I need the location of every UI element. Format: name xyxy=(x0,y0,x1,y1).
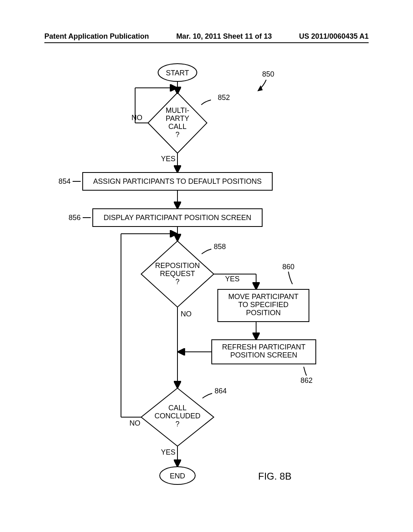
ref-864: 864 xyxy=(215,387,227,395)
flowchart: 850 START MULTI- PARTY CALL ? 852 NO YES… xyxy=(0,56,413,532)
yes-852: YES xyxy=(161,155,175,163)
yes-858: YES xyxy=(225,275,240,283)
no-852: NO xyxy=(131,114,142,122)
d852-text2: PARTY xyxy=(166,114,189,123)
ref-850: 850 xyxy=(262,70,274,78)
yes-864: YES xyxy=(161,448,175,456)
d864-text1: CALL xyxy=(168,404,186,412)
p856-text: DISPLAY PARTICIPANT POSITION SCREEN xyxy=(104,214,251,222)
p862-text1: REFRESH PARTICIPANT xyxy=(222,343,305,351)
d858-text1: REPOSITION xyxy=(155,262,200,270)
ref-862: 862 xyxy=(300,376,313,384)
p860-text3: POSITION xyxy=(246,309,281,317)
d864-text3: ? xyxy=(175,420,179,428)
start-label: START xyxy=(166,69,189,77)
p860-text1: MOVE PARTICIPANT xyxy=(228,293,298,301)
ref-854: 854 xyxy=(58,177,71,185)
d858-text2: REQUEST xyxy=(160,270,195,278)
figure-label: FIG. 8B xyxy=(258,471,292,482)
d852-text4: ? xyxy=(175,131,179,139)
ref-856: 856 xyxy=(69,214,81,222)
d864-text2: CONCLUDED xyxy=(154,412,200,420)
p854-text: ASSIGN PARTICIPANTS TO DEFAULT POSITIONS xyxy=(93,177,262,185)
header-left: Patent Application Publication xyxy=(44,32,149,41)
d858-text3: ? xyxy=(175,278,179,286)
no-864: NO xyxy=(129,419,140,427)
no-858: NO xyxy=(181,310,192,318)
ref-860: 860 xyxy=(282,263,294,271)
header-right: US 2011/0060435 A1 xyxy=(299,32,369,41)
d852-text1: MULTI- xyxy=(166,106,190,114)
d852-text3: CALL xyxy=(168,123,186,131)
p862-text2: POSITION SCREEN xyxy=(230,351,297,359)
end-label: END xyxy=(170,472,185,480)
page-header: Patent Application Publication Mar. 10, … xyxy=(44,32,369,43)
p860-text2: TO SPECIFIED xyxy=(238,301,289,309)
ref-858: 858 xyxy=(214,243,226,251)
header-center: Mar. 10, 2011 Sheet 11 of 13 xyxy=(176,32,272,41)
ref-852: 852 xyxy=(218,94,230,102)
